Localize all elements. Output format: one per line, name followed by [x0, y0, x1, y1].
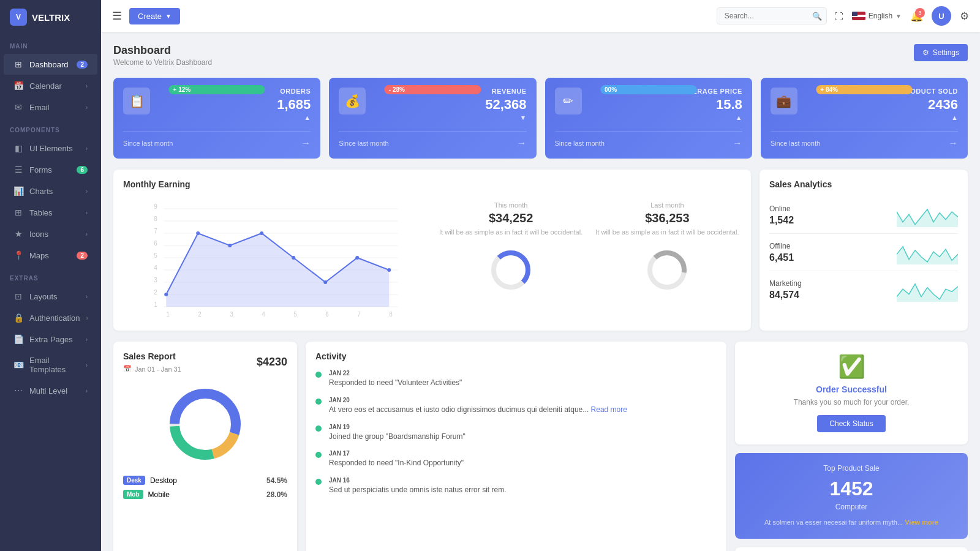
card-footer-label-product-sold: Since last month	[771, 140, 820, 147]
svg-text:2: 2	[154, 289, 157, 296]
analytics-value-2: 84,574	[769, 290, 802, 301]
order-success-card: ✅ Order Successful Thanks you so much fo…	[735, 342, 968, 444]
sidebar-chevron-layouts: ›	[86, 293, 88, 300]
sidebar-chevron-email: ›	[86, 104, 88, 111]
sidebar-item-extra-pages[interactable]: 📄 Extra Pages ›	[4, 329, 97, 350]
sidebar-item-charts[interactable]: 📊 Charts ›	[4, 181, 97, 201]
create-button[interactable]: Create ▼	[129, 8, 180, 24]
card-footer-average-price: Since last month →	[555, 131, 742, 149]
svg-text:5: 5	[154, 252, 157, 259]
activity-content-1: JAN 20 At vero eos et accusamus et iusto…	[329, 397, 627, 415]
sidebar-section-label: COMPONENTS	[0, 118, 101, 137]
sidebar-item-ui-elements[interactable]: ◧ UI Elements ›	[4, 138, 97, 159]
user-avatar[interactable]: U	[932, 6, 951, 26]
analytics-value-0: 1,542	[769, 215, 794, 226]
svg-text:4: 4	[262, 311, 265, 318]
earning-stats: This month $34,252 It will be as simple …	[437, 197, 742, 294]
sidebar-badge-dashboard: 2	[77, 61, 88, 69]
sidebar-item-multi-level[interactable]: ⋯ Multi Level ›	[4, 380, 97, 401]
sidebar-item-icons[interactable]: ★ Icons ›	[4, 223, 97, 244]
sales-donut-svg	[162, 381, 248, 467]
sidebar-chevron-email-templates: ›	[86, 362, 88, 369]
sidebar-section-label: MAIN	[0, 34, 101, 53]
sidebar-item-label-ui-elements: UI Elements	[29, 144, 73, 153]
sidebar-item-icon-extra-pages: 📄	[13, 334, 23, 344]
top-product-value: 1452	[745, 478, 958, 500]
calendar-icon: 📅	[123, 365, 132, 373]
sidebar-section-label: EXTRAS	[0, 266, 101, 285]
fullscreen-icon[interactable]: ⛶	[834, 11, 843, 21]
analytics-row-online: Online 1,542	[769, 197, 958, 234]
sidebar-item-layouts[interactable]: ⊡ Layouts ›	[4, 286, 97, 307]
analytics-label-1: Offline	[769, 242, 794, 250]
analytics-row-offline: Offline 6,451	[769, 234, 958, 271]
card-trend-average-price: ▲	[683, 114, 742, 121]
settings-gear-icon[interactable]: ⚙	[960, 10, 969, 23]
activity-dot-4	[315, 479, 322, 485]
sidebar-badge-forms: 6	[77, 166, 88, 174]
sidebar-item-authentication[interactable]: 🔒 Authentication ›	[4, 307, 97, 328]
activity-content-3: JAN 17 Responded to need "In-Kind Opport…	[329, 450, 464, 468]
svg-point-27	[196, 231, 200, 235]
activity-title: Activity	[315, 351, 717, 361]
svg-point-31	[323, 280, 327, 284]
sidebar-item-label-multi-level: Multi Level	[29, 386, 67, 395]
notifications-icon[interactable]: 🔔 3	[910, 10, 923, 23]
check-status-button[interactable]: Check Status	[817, 415, 885, 432]
sales-analytics-title: Sales Analytics	[769, 179, 958, 189]
sidebar-item-forms[interactable]: ☰ Forms 6	[4, 159, 97, 180]
page-header: Dashboard Welcome to Veltrix Dashboard ⚙…	[113, 44, 968, 67]
analytics-left-0: Online 1,542	[769, 204, 794, 226]
order-success-icon: ✅	[745, 354, 958, 380]
sidebar-item-email-templates[interactable]: 📧 Email Templates ›	[4, 350, 97, 380]
earning-stat-row: This month $34,252 It will be as simple …	[437, 201, 742, 237]
sales-analytics-card: Sales Analytics Online 1,542 Offline 6,4…	[760, 170, 968, 331]
settings-btn-label: Settings	[933, 48, 959, 57]
svg-text:8: 8	[154, 216, 157, 222]
logo-text: VELTRIX	[32, 12, 70, 23]
order-success-title: Order Successful	[745, 384, 958, 394]
svg-text:2: 2	[198, 311, 202, 318]
activity-read-more-link[interactable]: Read more	[591, 405, 627, 414]
language-selector[interactable]: English ▼	[852, 12, 902, 20]
activity-dot-3	[315, 452, 322, 458]
svg-marker-40	[897, 284, 958, 302]
svg-text:8: 8	[389, 311, 393, 318]
stat-card-revenue: 💰 REVENUE 52,368 ▼ - 28% Since last mont…	[329, 78, 536, 159]
sidebar-item-icon-charts: 📊	[13, 186, 23, 196]
svg-text:7: 7	[154, 228, 157, 234]
top-product-link[interactable]: View more	[905, 519, 938, 526]
sidebar-item-icon-layouts: ⊡	[13, 291, 23, 301]
activity-item: JAN 22 Responded to need "Volunteer Acti…	[315, 370, 717, 388]
sidebar-item-label-email: Email	[29, 103, 50, 112]
sidebar-item-email[interactable]: ✉ Email ›	[4, 97, 97, 118]
earning-chart-wrap: 9 8 7 6 5 4 3 2 1	[123, 197, 428, 321]
card-trend-product-sold: ▲	[900, 114, 958, 121]
sparkline-0	[897, 203, 958, 227]
card-icon-orders: 📋	[123, 88, 150, 114]
menu-toggle-icon[interactable]: ☰	[112, 9, 122, 23]
page-settings-button[interactable]: ⚙ Settings	[914, 44, 968, 61]
svg-text:5: 5	[293, 311, 297, 318]
this-month-label: This month	[437, 201, 585, 209]
analytics-rows: Online 1,542 Offline 6,451 Marketing 84,…	[769, 197, 958, 308]
sales-donut-wrap	[123, 381, 287, 467]
sidebar-item-label-icons: Icons	[29, 230, 48, 239]
activity-content-0: JAN 22 Responded to need "Volunteer Acti…	[329, 370, 462, 388]
sidebar-item-icon-dashboard: ⊞	[13, 59, 23, 69]
search-input[interactable]	[717, 7, 827, 24]
create-label: Create	[138, 12, 162, 21]
page-header-left: Dashboard Welcome to Veltrix Dashboard	[113, 44, 212, 67]
sidebar-item-calendar[interactable]: 📅 Calendar ›	[4, 75, 97, 96]
sidebar-item-dashboard[interactable]: ⊞ Dashboard 2	[4, 54, 97, 75]
create-chevron-icon: ▼	[165, 13, 172, 20]
svg-text:1: 1	[166, 311, 170, 318]
card-footer-orders: Since last month →	[123, 131, 311, 149]
svg-text:4: 4	[154, 264, 157, 271]
sidebar-item-tables[interactable]: ⊞ Tables ›	[4, 202, 97, 223]
svg-point-28	[228, 244, 232, 247]
card-icon-revenue: 💰	[339, 88, 366, 114]
svg-text:6: 6	[325, 311, 329, 318]
card-icon-product-sold: 💼	[771, 88, 797, 114]
sidebar-item-maps[interactable]: 📍 Maps 2	[4, 245, 97, 266]
